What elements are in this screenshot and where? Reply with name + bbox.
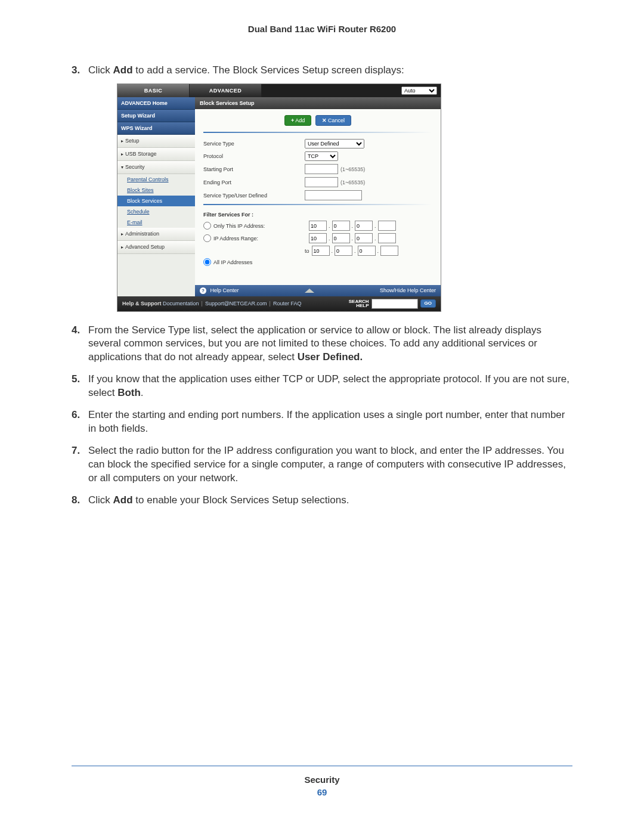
- sidebar-advanced-home[interactable]: ADVANCED Home: [117, 97, 195, 110]
- range-from-octet-1[interactable]: [309, 233, 327, 243]
- step-5-text-a: If you know that the application uses ei…: [88, 373, 569, 398]
- sidebar-usb[interactable]: USB Storage: [117, 148, 195, 161]
- sidebar-advanced-setup[interactable]: Advanced Setup: [117, 241, 195, 254]
- step-4-number: 4.: [72, 324, 80, 337]
- step-5-number: 5.: [72, 373, 80, 386]
- step-5: 5. If you know that the application uses…: [72, 373, 572, 400]
- step-6-text: Enter the starting and ending port numbe…: [88, 409, 565, 434]
- step-4-bold: User Defined.: [298, 351, 363, 363]
- step-6: 6. Enter the starting and ending port nu…: [72, 408, 572, 436]
- sidebar-setup[interactable]: Setup: [117, 135, 195, 148]
- only-ip-octet-4[interactable]: [378, 221, 396, 231]
- only-ip-octet-2[interactable]: [332, 221, 350, 231]
- step-3-number: 3.: [72, 64, 80, 78]
- step-5-text-c: .: [141, 387, 144, 398]
- show-hide-help-link[interactable]: Show/Hide Help Center: [380, 287, 436, 294]
- router-screenshot: BASIC ADVANCED Auto ADVANCED Home Setup …: [117, 83, 441, 312]
- search-help-input[interactable]: [371, 299, 418, 309]
- add-button[interactable]: +Add: [284, 115, 311, 126]
- step-4: 4. From the Service Type list, select th…: [72, 324, 572, 365]
- step-3: 3. Click Add to add a service. The Block…: [72, 64, 572, 312]
- help-support-label: Help & Support: [122, 300, 162, 307]
- starting-port-input[interactable]: [305, 164, 338, 174]
- step-3-text-a: Click: [88, 64, 113, 76]
- cancel-button[interactable]: ✕Cancel: [315, 115, 351, 126]
- expand-handle-icon[interactable]: [305, 289, 314, 293]
- search-help-label: SEARCHHELP: [349, 299, 369, 308]
- search-go-button[interactable]: GO: [420, 299, 436, 308]
- tab-advanced[interactable]: ADVANCED: [190, 84, 262, 97]
- sidebar-email[interactable]: E-mail: [117, 217, 195, 228]
- footer-section-label: Security: [72, 775, 572, 785]
- range-from-octet-4[interactable]: [378, 233, 396, 243]
- only-this-ip-radio[interactable]: [203, 222, 211, 230]
- sidebar: ADVANCED Home Setup Wizard WPS Wizard Se…: [117, 97, 195, 296]
- sidebar-security[interactable]: Security: [117, 161, 195, 174]
- help-icon: ?: [200, 287, 206, 294]
- support-link[interactable]: Support@NETGEAR.com: [205, 300, 267, 307]
- step-5-bold: Both: [117, 387, 141, 398]
- filter-services-title: Filter Services For :: [203, 211, 432, 218]
- service-user-defined-label: Service Type/User Defined: [203, 192, 305, 199]
- sidebar-schedule[interactable]: Schedule: [117, 206, 195, 217]
- step-8-bold: Add: [113, 494, 133, 506]
- range-from-octet-2[interactable]: [332, 233, 350, 243]
- sidebar-setup-wizard[interactable]: Setup Wizard: [117, 110, 195, 122]
- sidebar-parental-controls[interactable]: Parental Controls: [117, 174, 195, 185]
- ip-range-radio[interactable]: [203, 234, 211, 242]
- step-8-text-c: to enable your Block Services Setup sele…: [133, 494, 349, 506]
- range-to-octet-3[interactable]: [358, 246, 376, 256]
- step-7-text: Select the radio button for the IP addre…: [88, 445, 566, 484]
- step-8-number: 8.: [72, 494, 80, 507]
- sidebar-block-services[interactable]: Block Services: [117, 196, 195, 206]
- page-footer: Security 69: [72, 766, 572, 797]
- only-ip-octet-1[interactable]: [309, 221, 327, 231]
- refresh-select[interactable]: Auto: [401, 86, 437, 95]
- ending-port-input[interactable]: [305, 177, 338, 187]
- step-7: 7. Select the radio button for the IP ad…: [72, 444, 572, 485]
- range-to-octet-2[interactable]: [335, 246, 352, 256]
- step-3-bold: Add: [113, 64, 133, 76]
- documentation-link[interactable]: Documentation: [163, 300, 199, 307]
- step-6-number: 6.: [72, 408, 80, 422]
- only-ip-octet-3[interactable]: [355, 221, 373, 231]
- router-faq-link[interactable]: Router FAQ: [273, 300, 302, 307]
- ending-port-hint: (1~65535): [340, 179, 365, 186]
- service-user-defined-input[interactable]: [305, 190, 362, 200]
- all-ip-label: All IP Addresses: [213, 259, 309, 266]
- range-to-octet-4[interactable]: [380, 246, 398, 256]
- protocol-select[interactable]: TCP: [305, 151, 338, 161]
- step-7-number: 7.: [72, 444, 80, 458]
- ip-range-label: IP Address Range:: [213, 235, 309, 242]
- sidebar-block-sites[interactable]: Block Sites: [117, 185, 195, 196]
- only-this-ip-label: Only This IP Address:: [213, 222, 309, 230]
- range-to-octet-1[interactable]: [312, 246, 330, 256]
- step-8: 8. Click Add to enable your Block Servic…: [72, 494, 572, 507]
- starting-port-label: Starting Port: [203, 166, 305, 173]
- protocol-label: Protocol: [203, 153, 305, 160]
- ending-port-label: Ending Port: [203, 179, 305, 186]
- step-3-text-c: to add a service. The Block Services Set…: [133, 64, 404, 76]
- range-from-octet-3[interactable]: [355, 233, 373, 243]
- document-title: Dual Band 11ac WiFi Router R6200: [72, 24, 572, 34]
- sidebar-wps-wizard[interactable]: WPS Wizard: [117, 122, 195, 135]
- starting-port-hint: (1~65535): [340, 166, 365, 173]
- service-type-label: Service Type: [203, 140, 305, 147]
- step-8-text-a: Click: [88, 494, 113, 506]
- range-to-label: to: [305, 247, 309, 255]
- all-ip-radio[interactable]: [203, 258, 211, 266]
- service-type-select[interactable]: User Defined: [305, 139, 364, 148]
- content-title: Block Services Setup: [195, 97, 441, 109]
- sidebar-administration[interactable]: Administration: [117, 228, 195, 241]
- tab-basic[interactable]: BASIC: [117, 84, 190, 97]
- help-center-button[interactable]: ? Help Center: [200, 287, 239, 294]
- footer-page-number: 69: [72, 787, 572, 797]
